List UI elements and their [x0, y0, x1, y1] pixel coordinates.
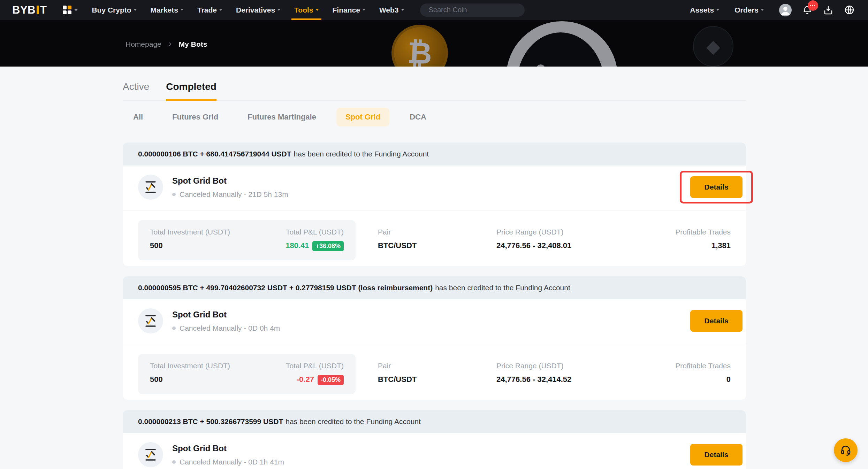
- nav-menu-item-label: Markets: [151, 6, 178, 14]
- bitcoin-coin-graphic: ₿: [386, 20, 454, 67]
- nav-menu-item-label: Trade: [197, 6, 217, 14]
- bitcoin-icon: ₿: [407, 35, 433, 67]
- bot-type-filter[interactable]: Futures Grid: [163, 108, 227, 126]
- chevron-down-icon: [219, 9, 222, 11]
- logo-text-right: T: [40, 4, 47, 16]
- bot-card-header: Spot Grid Bot Canceled Manually - 21D 5h…: [123, 166, 746, 210]
- details-button[interactable]: Details: [690, 444, 743, 466]
- bot-card-header: Spot Grid Bot Canceled Manually - 0D 1h …: [123, 433, 746, 469]
- user-avatar-icon: [779, 4, 792, 16]
- notifications-button[interactable]: ···: [802, 5, 813, 15]
- download-app-button[interactable]: [823, 5, 833, 15]
- chevron-down-icon: [761, 9, 764, 11]
- nav-right-item[interactable]: Orders: [734, 0, 764, 20]
- status-tab[interactable]: Active: [123, 81, 149, 101]
- total-pnl-label: Total P&L (USDT): [286, 362, 344, 370]
- profitable-trades-label: Profitable Trades: [675, 228, 731, 236]
- breadcrumb-chevron-icon: [168, 42, 173, 47]
- grid-chart-icon: [143, 447, 158, 462]
- nav-right-item[interactable]: Assets: [690, 0, 719, 20]
- bot-card: 0.000000213 BTC + 500.3266773599 USDT ha…: [123, 410, 746, 469]
- nav-menu-item-label: Finance: [333, 6, 360, 14]
- details-button[interactable]: Details: [690, 176, 743, 198]
- nav-menu-item-label: Derivatives: [236, 6, 275, 14]
- total-pnl-value: 180.41: [285, 241, 309, 250]
- nav-menu-item[interactable]: Buy Crypto: [92, 0, 136, 20]
- bot-type-filter[interactable]: DCA: [401, 108, 435, 126]
- support-button[interactable]: [834, 438, 858, 462]
- nav-right-item-label: Assets: [690, 6, 714, 14]
- bot-status: Canceled Manually - 0D 0h 4m: [172, 324, 280, 332]
- price-range-label: Price Range (USDT): [496, 362, 675, 370]
- pair-value: BTC/USDT: [378, 241, 496, 250]
- bot-card: 0.000000595 BTC + 499.70402600732 USDT +…: [123, 276, 746, 400]
- credit-amount: 0.000000213 BTC + 500.3266773599 USDT: [138, 417, 283, 426]
- nav-menu-item[interactable]: Web3: [379, 0, 404, 20]
- breadcrumb-homepage-link[interactable]: Homepage: [125, 40, 161, 48]
- total-investment-label: Total Investment (USDT): [150, 228, 230, 236]
- details-annotation: Details: [690, 176, 743, 198]
- total-investment-label: Total Investment (USDT): [150, 362, 230, 370]
- chevron-down-icon: [181, 9, 183, 11]
- bot-status: Canceled Manually - 21D 5h 13m: [172, 190, 288, 199]
- bot-type-filters: All Futures Grid Futures Martingale Spot…: [124, 108, 746, 126]
- profitable-trades-value: 1,381: [675, 241, 731, 250]
- nav-menu-item[interactable]: Derivatives: [236, 0, 280, 20]
- bot-name: Spot Grid Bot: [172, 310, 280, 320]
- download-icon: [823, 5, 833, 15]
- price-range-value: 24,776.56 - 32,414.52: [496, 375, 675, 384]
- bot-status-text: Canceled Manually - 0D 1h 41m: [180, 458, 284, 466]
- pnl-percent-badge: +36.08%: [312, 241, 344, 251]
- bot-card-list: 0.000000106 BTC + 680.414756719044 USDT …: [123, 143, 746, 469]
- chevron-down-icon: [363, 9, 365, 11]
- tabs-row: Active Completed: [123, 81, 746, 101]
- bot-type-filter[interactable]: All: [124, 108, 152, 126]
- chevron-down-icon: [277, 9, 280, 11]
- pnl-percent-badge: -0.05%: [318, 375, 344, 385]
- nav-menu-item[interactable]: Finance: [333, 0, 365, 20]
- price-range-value: 24,776.56 - 32,408.01: [496, 241, 675, 250]
- nav-menu-item[interactable]: Tools: [294, 0, 318, 20]
- credit-amount: 0.000000595 BTC + 499.70402600732 USDT +…: [138, 284, 433, 292]
- language-globe-button[interactable]: [844, 5, 855, 15]
- bybit-logo[interactable]: BYB T: [12, 4, 47, 16]
- breadcrumb-current-page: My Bots: [179, 40, 207, 48]
- nav-menu-item-label: Web3: [379, 6, 399, 14]
- grid-chart-icon: [143, 179, 158, 195]
- status-tab[interactable]: Completed: [166, 81, 216, 101]
- search-coin-field[interactable]: [429, 6, 521, 14]
- logo-orange-bar: [37, 6, 39, 14]
- bot-status-text: Canceled Manually - 21D 5h 13m: [180, 190, 288, 199]
- bot-status-text: Canceled Manually - 0D 0h 4m: [180, 324, 280, 332]
- details-button[interactable]: Details: [690, 310, 743, 332]
- apps-grid-icon[interactable]: [63, 6, 78, 14]
- notification-badge: ···: [808, 0, 818, 11]
- bot-type-filter[interactable]: Spot Grid: [336, 108, 389, 126]
- total-investment-value: 500: [150, 241, 230, 250]
- headset-icon: [840, 444, 852, 456]
- price-range-label: Price Range (USDT): [496, 228, 675, 236]
- bot-name: Spot Grid Bot: [172, 444, 284, 453]
- my-bots-page: Active Completed All Futures Grid Future…: [0, 67, 868, 469]
- profitable-trades-value: 0: [675, 375, 731, 384]
- bot-stats-row: Total Investment (USDT) 500 Total P&L (U…: [123, 344, 746, 400]
- spot-grid-bot-icon: [138, 175, 163, 200]
- ethereum-coin-graphic: ◆: [693, 26, 733, 67]
- nav-menu-item[interactable]: Markets: [151, 0, 183, 20]
- spot-grid-bot-icon: [138, 308, 163, 333]
- credit-notice: 0.000000106 BTC + 680.414756719044 USDT …: [123, 143, 746, 166]
- search-input[interactable]: [420, 3, 525, 17]
- total-investment-value: 500: [150, 375, 230, 384]
- credit-notice: 0.000000595 BTC + 499.70402600732 USDT +…: [123, 276, 746, 299]
- avatar[interactable]: [779, 4, 792, 16]
- nav-menu-item[interactable]: Trade: [197, 0, 222, 20]
- grid-icon: [63, 6, 71, 14]
- bot-type-filter[interactable]: Futures Martingale: [238, 108, 325, 126]
- grid-chart-icon: [143, 313, 158, 329]
- chevron-down-icon: [716, 9, 719, 11]
- globe-icon: [844, 5, 855, 15]
- hero-banner: ₿ ◆ Homepage My Bots: [0, 20, 868, 67]
- status-dot: [172, 460, 176, 464]
- chevron-down-icon: [134, 9, 137, 11]
- details-annotation: Details: [690, 310, 743, 332]
